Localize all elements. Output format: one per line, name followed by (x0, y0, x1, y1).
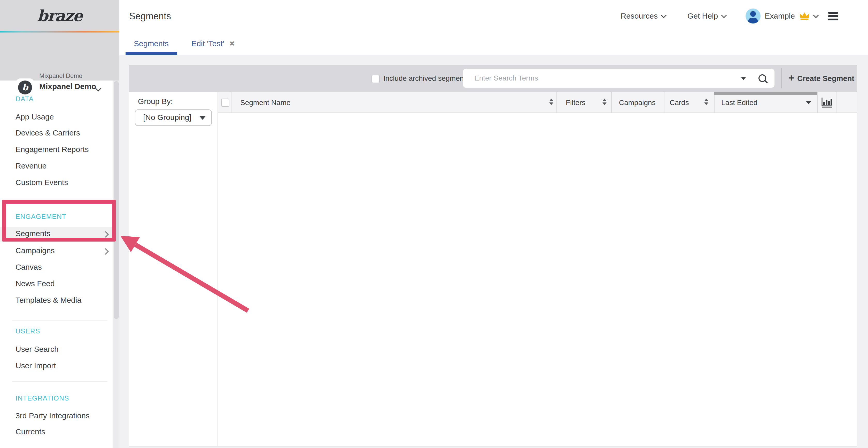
sidebar-item-templates-media[interactable]: Templates & Media (16, 296, 82, 305)
sidebar-item-app-usage[interactable]: App Usage (16, 112, 54, 121)
column-filters[interactable]: Filters (566, 99, 585, 107)
chevron-down-icon[interactable] (95, 85, 101, 91)
braze-logo: braze (0, 7, 119, 25)
sidebar-item-revenue[interactable]: Revenue (16, 162, 46, 170)
column-segment-name[interactable]: Segment Name (240, 99, 291, 107)
filter-bar-divider (781, 68, 782, 88)
chevron-down-icon (661, 12, 666, 18)
user-name: Example (765, 12, 795, 21)
sidebar-item-devices-carriers[interactable]: Devices & Carriers (16, 129, 80, 137)
create-segment-button[interactable]: + Create Segment (788, 65, 854, 92)
avatar-person-icon (750, 11, 756, 17)
workspace-subtitle: Mixpanel Demo (39, 72, 83, 79)
sort-icon[interactable] (704, 99, 708, 105)
column-divider (556, 92, 557, 112)
select-all-checkbox[interactable] (221, 99, 229, 107)
column-divider (714, 92, 715, 112)
search-dropdown-caret-icon[interactable] (741, 77, 746, 80)
chevron-down-icon (721, 12, 727, 18)
include-archived-checkbox[interactable] (371, 75, 380, 83)
group-by-panel: Group By: [No Grouping] (129, 92, 218, 446)
tab-edit-test[interactable]: Edit 'Test' ✖ (183, 32, 243, 55)
chevron-right-icon (102, 248, 108, 254)
crown-icon (799, 12, 810, 20)
sidebar-item-3rd-party-integrations[interactable]: 3rd Party Integrations (16, 411, 90, 420)
sidebar-divider (12, 381, 107, 382)
sort-icon[interactable] (549, 99, 553, 105)
braze-app-window: braze b Mixpanel Demo Mixpanel Demo DATA… (0, 0, 868, 448)
include-archived-label: Include archived segments (383, 74, 469, 82)
table-header: Segment Name Filters Campaigns Cards Las… (218, 92, 857, 113)
avatar-person-icon (748, 18, 758, 24)
column-divider (231, 92, 231, 112)
workspace-switcher[interactable]: b Mixpanel Demo Mixpanel Demo (0, 33, 119, 80)
group-by-select[interactable]: [No Grouping] (135, 109, 212, 126)
top-bar-right: Resources Get Help Example (621, 0, 838, 32)
sidebar-item-engagement-reports[interactable]: Engagement Reports (16, 145, 89, 154)
sidebar-header: braze (0, 0, 119, 31)
column-divider (664, 92, 664, 112)
braze-b-icon: b (18, 80, 32, 95)
column-cards[interactable]: Cards (670, 99, 689, 107)
plus-icon: + (788, 72, 794, 83)
search-icon[interactable] (758, 74, 766, 82)
sidebar-section-users: USERS (16, 327, 40, 335)
sidebar-divider (12, 320, 107, 321)
column-divider (611, 92, 612, 112)
analytics-chart-icon[interactable] (821, 97, 833, 108)
tab-edit-test-label: Edit 'Test' (191, 39, 224, 48)
tab-segments[interactable]: Segments (126, 32, 177, 55)
column-divider (817, 92, 818, 112)
get-help-label: Get Help (687, 12, 718, 21)
get-help-menu[interactable]: Get Help (687, 12, 726, 21)
sidebar-item-campaigns[interactable]: Campaigns (16, 246, 55, 255)
group-by-label: Group By: (138, 97, 173, 106)
resources-menu[interactable]: Resources (621, 12, 665, 21)
sidebar-section-integrations: INTEGRATIONS (16, 394, 69, 402)
tab-segments-label: Segments (134, 39, 169, 48)
sidebar-item-user-search[interactable]: User Search (16, 345, 59, 353)
search-box (463, 69, 774, 88)
sort-icon[interactable] (602, 99, 607, 105)
group-by-value: [No Grouping] (143, 113, 191, 122)
sidebar-item-custom-events[interactable]: Custom Events (16, 178, 68, 187)
workspace-name: Mixpanel Demo (39, 82, 96, 91)
sorted-column-indicator (714, 92, 817, 95)
sidebar-item-currents[interactable]: Currents (16, 427, 45, 436)
sidebar-item-news-feed[interactable]: News Feed (16, 279, 55, 288)
column-last-edited[interactable]: Last Edited (721, 99, 757, 107)
column-divider (836, 92, 836, 112)
column-campaigns: Campaigns (619, 99, 656, 107)
resources-label: Resources (621, 12, 657, 21)
avatar[interactable] (746, 8, 761, 24)
page-title: Segments (129, 11, 171, 22)
chevron-down-icon[interactable] (813, 12, 819, 18)
segments-panel: Include archived segments + Create Segme… (129, 65, 857, 446)
caret-down-icon (199, 116, 206, 120)
search-input[interactable] (463, 69, 774, 88)
sort-desc-icon[interactable] (806, 101, 811, 104)
create-segment-label: Create Segment (797, 74, 854, 83)
sidebar-section-data: DATA (16, 95, 34, 103)
sidebar-item-user-import[interactable]: User Import (16, 361, 56, 370)
workspace-app-icon: b (16, 78, 34, 97)
hamburger-menu-icon[interactable] (828, 12, 838, 21)
annotation-highlight-box (2, 200, 116, 242)
sidebar-item-canvas[interactable]: Canvas (16, 263, 42, 272)
close-icon[interactable]: ✖ (229, 40, 235, 47)
tab-bar: Segments Edit 'Test' ✖ (119, 32, 868, 56)
filter-bar: Include archived segments + Create Segme… (129, 65, 857, 92)
